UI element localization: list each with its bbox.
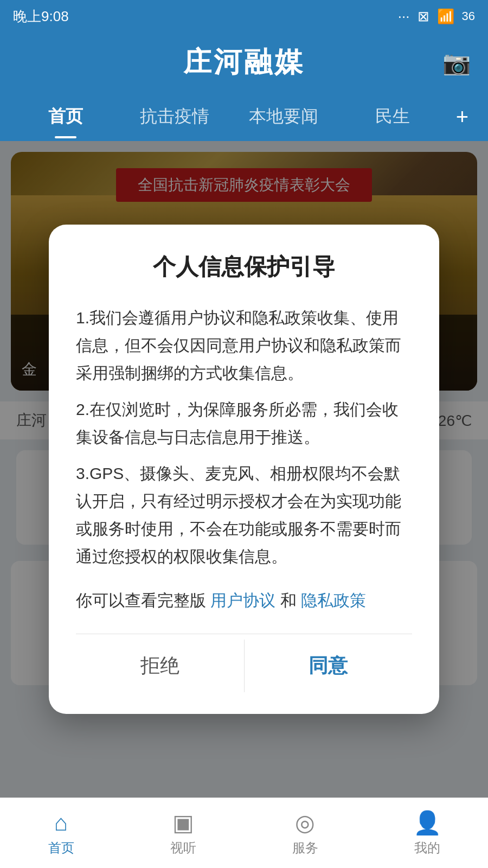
battery-icon: 36	[462, 9, 475, 23]
status-icons: ··· ⊠ 📶 36	[398, 8, 475, 25]
tab-livelihood[interactable]: 民生	[338, 99, 447, 134]
signal-icon: ···	[398, 8, 410, 25]
bottom-navigation: ⌂ 首页 ▣ 视听 ◎ 服务 👤 我的	[0, 797, 488, 868]
tab-local-news[interactable]: 本地要闻	[229, 99, 338, 134]
add-tab-button[interactable]: +	[447, 99, 477, 135]
bottom-nav-home[interactable]: ⌂ 首页	[0, 798, 122, 868]
tab-epidemic[interactable]: 抗击疫情	[120, 99, 229, 134]
app-header: 庄河融媒 📷	[0, 33, 488, 92]
status-time: 晚上9:08	[13, 7, 69, 26]
privacy-dialog: 个人信息保护引导 1.我们会遵循用户协议和隐私政策收集、使用信息，但不会仅因同意…	[49, 225, 439, 714]
bottom-nav-media[interactable]: ▣ 视听	[122, 798, 244, 868]
bottom-nav-service[interactable]: ◎ 服务	[244, 798, 366, 868]
signal-x-icon: ⊠	[418, 8, 429, 25]
main-content-area: 全国抗击新冠肺炎疫情表彰大会 金 庄河 ℃/26℃ 📚 学习 🏙️ 庄河 ⌂ 智…	[0, 141, 488, 797]
service-label: 服务	[292, 839, 318, 857]
dialog-point3: 3.GPS、摄像头、麦克风、相册权限均不会默认开启，只有经过明示授权才会在为实现…	[76, 459, 412, 570]
privacy-policy-link[interactable]: 隐私政策	[301, 591, 366, 609]
nav-tabs-bar: 首页 抗击疫情 本地要闻 民生 +	[0, 92, 488, 141]
status-bar: 晚上9:08 ··· ⊠ 📶 36	[0, 0, 488, 33]
media-label: 视听	[170, 839, 196, 857]
reject-button[interactable]: 拒绝	[76, 640, 245, 692]
media-icon: ▣	[172, 809, 194, 836]
dialog-divider	[76, 634, 412, 634]
dialog-body: 1.我们会遵循用户协议和隐私政策收集、使用信息，但不会仅因同意用户协议和隐私政策…	[76, 304, 412, 570]
tab-home[interactable]: 首页	[11, 99, 120, 134]
home-icon: ⌂	[54, 810, 68, 836]
wifi-icon: 📶	[437, 8, 454, 25]
profile-label: 我的	[414, 839, 440, 857]
dialog-point2: 2.在仅浏览时，为保障服务所必需，我们会收集设备信息与日志信息用于推送。	[76, 395, 412, 451]
service-icon: ◎	[295, 809, 315, 836]
camera-button[interactable]: 📷	[442, 49, 471, 76]
bottom-nav-profile[interactable]: 👤 我的	[366, 798, 488, 868]
agree-button[interactable]: 同意	[245, 640, 413, 692]
user-agreement-link[interactable]: 用户协议	[210, 591, 275, 609]
home-label: 首页	[48, 839, 74, 857]
dialog-title: 个人信息保护引导	[76, 252, 412, 282]
dialog-links: 你可以查看完整版 用户协议 和 隐私政策	[76, 590, 412, 612]
dialog-point1: 1.我们会遵循用户协议和隐私政策收集、使用信息，但不会仅因同意用户协议和隐私政策…	[76, 304, 412, 387]
dialog-buttons: 拒绝 同意	[76, 640, 412, 692]
app-title: 庄河融媒	[183, 43, 305, 81]
profile-icon: 👤	[413, 809, 441, 836]
